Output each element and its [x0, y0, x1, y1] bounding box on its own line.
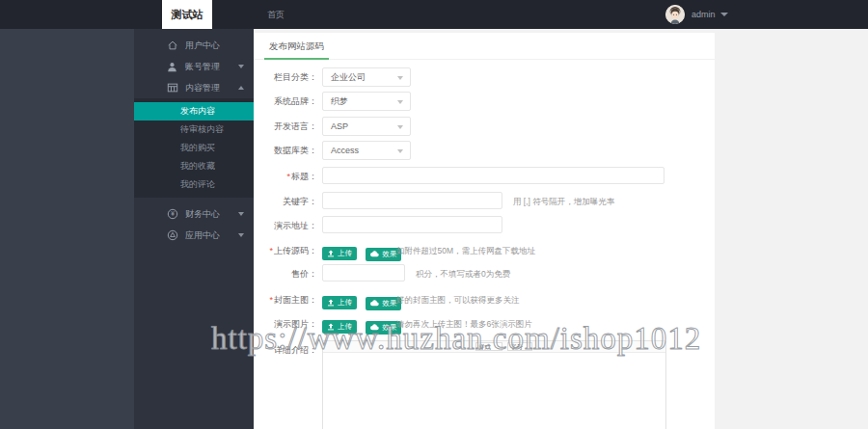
- screenshots-label: 演示图片：: [254, 314, 317, 334]
- form-row-category: 栏目分类： 企业公司: [254, 67, 715, 87]
- upload-icon: [327, 250, 335, 257]
- detail-editor-textarea[interactable]: [323, 353, 665, 429]
- sidebar-item-finance[interactable]: ¥ 财务中心: [134, 203, 254, 225]
- upload-source-label: *上传源码：: [254, 241, 317, 260]
- admin-page: 测试站 首页 admin 用户中心: [0, 0, 868, 429]
- editor-toolbar: 样式 字号: [323, 341, 665, 353]
- submenu-my-favorites[interactable]: 我的收藏: [134, 157, 254, 175]
- cloud-icon: [370, 324, 379, 331]
- brand-label: 系统品牌：: [254, 92, 317, 111]
- content-submenu: 发布内容 待审核内容 我的购买 我的收藏 我的评论: [134, 98, 254, 198]
- keyword-input[interactable]: [322, 192, 502, 209]
- sidebar-item-content[interactable]: 内容管理: [134, 77, 254, 98]
- form-row-demo-url: 演示地址：: [254, 216, 715, 235]
- submenu-pending-content[interactable]: 待审核内容: [134, 121, 254, 139]
- form-row-brand: 系统品牌： 织梦: [254, 92, 715, 111]
- top-navbar: 测试站 首页 admin: [0, 0, 868, 29]
- cloud-icon: [370, 251, 379, 257]
- svg-text:¥: ¥: [171, 210, 175, 217]
- sidebar-item-account[interactable]: 账号管理: [134, 56, 254, 77]
- tab-bar: 发布网站源码: [254, 33, 715, 60]
- database-select[interactable]: Access: [322, 141, 411, 160]
- avatar: [665, 5, 685, 24]
- cover-hint: 好的封面主图，可以获得更多关注: [396, 290, 520, 309]
- chevron-down-icon: [238, 65, 244, 68]
- site-logo[interactable]: 测试站: [162, 0, 212, 29]
- form-row-title: *标题：: [254, 167, 715, 186]
- editor-fontsize-dropdown[interactable]: 字号: [507, 342, 532, 351]
- home-icon: [166, 40, 178, 52]
- editor-style-dropdown[interactable]: 样式: [475, 342, 502, 351]
- keyword-hint: 用 [,] 符号隔开，增加曝光率: [513, 192, 614, 211]
- title-input[interactable]: [322, 167, 665, 184]
- tab-publish-source[interactable]: 发布网站源码: [264, 33, 329, 60]
- grid-icon: [166, 82, 178, 94]
- user-menu[interactable]: admin: [665, 0, 728, 29]
- chevron-down-icon: [397, 100, 403, 104]
- chevron-down-icon: [238, 233, 244, 237]
- category-select[interactable]: 企业公司: [322, 67, 411, 87]
- keyword-label: 关键字：: [254, 192, 317, 211]
- form-row-screenshots: 演示图片： 上传 效果 请勿再次上传主图！最多6张演示图片: [254, 314, 715, 334]
- brand-select[interactable]: 织梦: [322, 92, 411, 111]
- title-label: *标题：: [254, 167, 317, 186]
- detail-label: 详细介绍：: [254, 340, 317, 360]
- upload-icon: [327, 299, 335, 307]
- submenu-publish-content[interactable]: 发布内容: [134, 102, 254, 121]
- chevron-down-icon: [397, 76, 403, 80]
- price-input[interactable]: [322, 264, 405, 282]
- cloud-icon: [370, 300, 379, 307]
- app-center-icon: [166, 229, 178, 242]
- price-label: 售价：: [254, 264, 317, 283]
- publish-form-card: 发布网站源码 栏目分类： 企业公司 系统品牌： 织梦 开发语言： ASP: [254, 33, 715, 429]
- upload-icon: [327, 323, 335, 331]
- chevron-down-icon: [238, 212, 244, 216]
- screenshots-upload-button[interactable]: 上传: [322, 320, 357, 334]
- sidebar-item-apps[interactable]: 应用中心: [134, 225, 254, 246]
- category-label: 栏目分类：: [254, 67, 317, 87]
- form-row-price: 售价： 积分，不填写或者0为免费: [254, 264, 715, 283]
- chevron-down-icon: [397, 125, 403, 129]
- form-row-keyword: 关键字： 用 [,] 符号隔开，增加曝光率: [254, 192, 715, 211]
- sidebar: 用户中心 账号管理 内容管理 发布内容 待审核内容 我的购买 我的收藏 我的评论: [134, 29, 254, 429]
- submenu-my-comments[interactable]: 我的评论: [134, 175, 254, 194]
- yen-circle-icon: ¥: [166, 208, 178, 221]
- username-label: admin: [692, 10, 716, 19]
- form-row-cover: *封面主图： 上传 效果 好的封面主图，可以获得更多关注: [254, 290, 715, 309]
- sidebar-item-user-center[interactable]: 用户中心: [134, 35, 254, 56]
- screenshots-hint: 请勿再次上传主图！最多6张演示图片: [396, 314, 532, 334]
- cover-upload-button[interactable]: 上传: [322, 296, 357, 309]
- detail-editor[interactable]: 样式 字号: [322, 340, 666, 429]
- database-label: 数据库类：: [254, 141, 317, 160]
- demo-url-label: 演示地址：: [254, 216, 317, 235]
- chevron-up-icon: [238, 86, 244, 90]
- demo-url-input[interactable]: [322, 216, 502, 233]
- form-row-upload-source: *上传源码： 上传 效果 如附件超过50M，需上传网盘下载地址: [254, 241, 715, 260]
- nav-home-link[interactable]: 首页: [261, 0, 290, 29]
- cover-label: *封面主图：: [254, 290, 317, 309]
- upload-source-hint: 如附件超过50M，需上传网盘下载地址: [396, 241, 535, 260]
- price-hint: 积分，不填写或者0为免费: [416, 264, 510, 283]
- form-row-language: 开发语言： ASP: [254, 117, 715, 136]
- form-row-database: 数据库类： Access: [254, 141, 715, 160]
- language-label: 开发语言：: [254, 117, 317, 136]
- upload-source-button[interactable]: 上传: [322, 247, 357, 260]
- chevron-down-icon: [720, 13, 728, 16]
- chevron-down-icon: [397, 149, 403, 153]
- language-select[interactable]: ASP: [322, 117, 411, 136]
- user-icon: [166, 61, 178, 73]
- submenu-my-purchases[interactable]: 我的购买: [134, 139, 254, 157]
